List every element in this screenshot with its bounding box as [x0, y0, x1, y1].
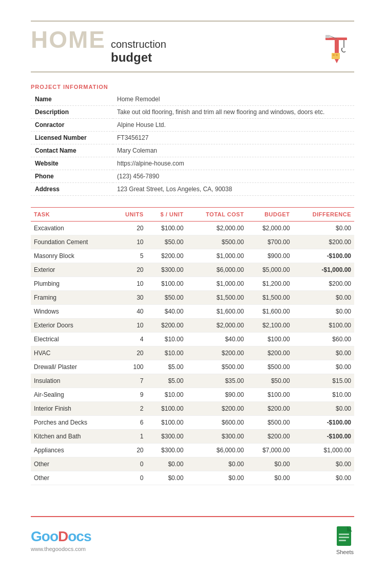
cell-diff: $60.00 — [293, 332, 354, 346]
cell-units: 0 — [113, 471, 147, 485]
project-info-table: NameHome RemodelDescriptionTake out old … — [31, 93, 354, 196]
cell-budget: $200.00 — [247, 401, 293, 415]
cell-total: $300.00 — [186, 429, 247, 443]
cell-units: 7 — [113, 374, 147, 388]
sheets-icon-block: Sheets — [336, 525, 354, 555]
cell-diff: $0.00 — [293, 360, 354, 374]
logo-d: D — [58, 528, 68, 544]
info-value: Mary Coleman — [113, 144, 354, 157]
cell-units: 10 — [113, 235, 147, 249]
cell-total: $1,000.00 — [186, 249, 247, 263]
info-value: Take out old flooring, finish and trim a… — [113, 105, 354, 118]
cell-diff: $0.00 — [293, 290, 354, 304]
cell-unit-cost: $10.00 — [147, 332, 187, 346]
info-value: FT3456127 — [113, 131, 354, 144]
svg-rect-13 — [339, 534, 349, 535]
col-task: TASK — [31, 207, 113, 221]
cell-unit-cost: $200.00 — [147, 249, 187, 263]
cell-task: Other — [31, 471, 113, 485]
logo-goo: Goo — [31, 528, 58, 544]
cell-unit-cost: $300.00 — [147, 443, 187, 457]
cell-task: Interior Finish — [31, 401, 113, 415]
info-label: Licensed Number — [31, 131, 113, 144]
table-row: Appliances 20 $300.00 $6,000.00 $7,000.0… — [31, 443, 354, 457]
cell-budget: $500.00 — [247, 415, 293, 429]
info-row: Contact NameMary Coleman — [31, 144, 354, 157]
cell-units: 5 — [113, 249, 147, 263]
cell-total: $500.00 — [186, 360, 247, 374]
cell-units: 10 — [113, 318, 147, 332]
cell-budget: $1,500.00 — [247, 290, 293, 304]
cell-diff: $0.00 — [293, 346, 354, 360]
cell-budget: $7,000.00 — [247, 443, 293, 457]
cell-total: $2,000.00 — [186, 318, 247, 332]
table-row: Other 0 $0.00 $0.00 $0.00 $0.00 — [31, 457, 354, 471]
cell-diff: $0.00 — [293, 304, 354, 318]
cell-task: Plumbing — [31, 277, 113, 290]
cell-unit-cost: $10.00 — [147, 346, 187, 360]
cell-unit-cost: $50.00 — [147, 235, 187, 249]
cell-diff: -$1,000.00 — [293, 263, 354, 277]
cell-budget: $700.00 — [247, 235, 293, 249]
cell-diff: $15.00 — [293, 374, 354, 388]
crane-icon — [318, 28, 354, 64]
info-value: Alpine House Ltd. — [113, 118, 354, 131]
cell-task: Exterior — [31, 263, 113, 277]
info-value: Home Remodel — [113, 93, 354, 106]
cell-total: $0.00 — [186, 471, 247, 485]
table-row: Porches and Decks 6 $100.00 $600.00 $500… — [31, 415, 354, 429]
table-row: Drewall/ Plaster 100 $5.00 $500.00 $500.… — [31, 360, 354, 374]
cell-diff: -$100.00 — [293, 429, 354, 443]
cell-unit-cost: $300.00 — [147, 429, 187, 443]
svg-rect-9 — [325, 35, 330, 38]
cell-diff: $100.00 — [293, 318, 354, 332]
svg-rect-4 — [332, 53, 340, 59]
goodocs-logo: GooDocs — [31, 528, 91, 545]
cell-units: 0 — [113, 457, 147, 471]
cell-unit-cost: $50.00 — [147, 290, 187, 304]
col-total-cost: TOTAL COST — [186, 207, 247, 221]
cell-total: $40.00 — [186, 332, 247, 346]
table-row: Exterior Doors 10 $200.00 $2,000.00 $2,1… — [31, 318, 354, 332]
cell-task: Framing — [31, 290, 113, 304]
cell-units: 40 — [113, 304, 147, 318]
cell-total: $2,000.00 — [186, 221, 247, 235]
footer: GooDocs www.thegoodocs.com Sheets — [31, 516, 354, 555]
table-row: Other 0 $0.00 $0.00 $0.00 $0.00 — [31, 471, 354, 485]
cell-units: 9 — [113, 388, 147, 401]
info-row: Address123 Great Street, Los Angeles, CA… — [31, 182, 354, 195]
cell-task: Exterior Doors — [31, 318, 113, 332]
info-value: https://alpine-house.com — [113, 157, 354, 170]
cell-total: $500.00 — [186, 235, 247, 249]
info-label: Phone — [31, 170, 113, 182]
cell-task: Foundation Cement — [31, 235, 113, 249]
subtitle-line2: budget — [111, 50, 166, 65]
cell-diff: $1,000.00 — [293, 443, 354, 457]
cell-task: Electrical — [31, 332, 113, 346]
cell-total: $600.00 — [186, 415, 247, 429]
table-row: Insulation 7 $5.00 $35.00 $50.00 $15.00 — [31, 374, 354, 388]
table-row: Windows 40 $40.00 $1,600.00 $1,600.00 $0… — [31, 304, 354, 318]
cell-total: $6,000.00 — [186, 443, 247, 457]
cell-task: Drewall/ Plaster — [31, 360, 113, 374]
info-label: Contact Name — [31, 144, 113, 157]
cell-budget: $0.00 — [247, 471, 293, 485]
cell-task: Excavation — [31, 221, 113, 235]
cell-units: 4 — [113, 332, 147, 346]
info-row: Licensed NumberFT3456127 — [31, 131, 354, 144]
cell-unit-cost: $40.00 — [147, 304, 187, 318]
cell-diff: $200.00 — [293, 277, 354, 290]
cell-total: $6,000.00 — [186, 263, 247, 277]
cell-diff: $200.00 — [293, 235, 354, 249]
table-row: Kitchen and Bath 1 $300.00 $300.00 $200.… — [31, 429, 354, 443]
info-row: Websitehttps://alpine-house.com — [31, 157, 354, 170]
svg-rect-5 — [333, 54, 335, 56]
cell-budget: $50.00 — [247, 374, 293, 388]
cell-diff: -$100.00 — [293, 249, 354, 263]
cell-budget: $0.00 — [247, 457, 293, 471]
home-label: HOME — [31, 28, 106, 51]
sheets-label: Sheets — [336, 549, 354, 555]
info-row: DescriptionTake out old flooring, finish… — [31, 105, 354, 118]
cell-budget: $1,600.00 — [247, 304, 293, 318]
col-budget: BUDGET — [247, 207, 293, 221]
